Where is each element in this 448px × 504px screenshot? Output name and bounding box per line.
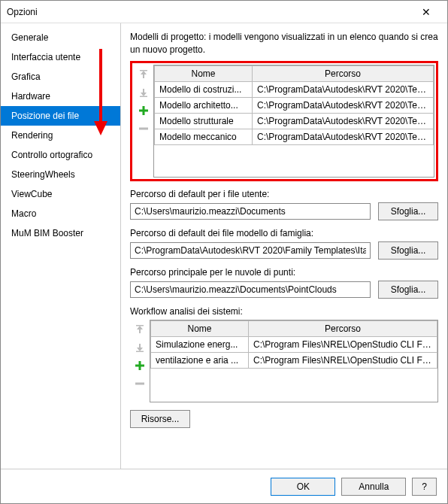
help-button[interactable]: ? (412, 478, 437, 496)
window-title: Opzioni (7, 7, 411, 17)
template-name-cell[interactable]: Modello di costruzi... (155, 81, 253, 97)
template-name-cell[interactable]: Modello meccanico (155, 129, 253, 144)
close-icon[interactable]: ✕ (411, 6, 441, 18)
template-path-cell[interactable]: C:\ProgramData\Autodesk\RVT 2020\Temp... (253, 113, 434, 129)
sidebar-item-hardware[interactable]: Hardware (1, 87, 120, 106)
add-icon[interactable] (133, 359, 147, 372)
pointcloud-path-label: Percorso principale per le nuvole di pun… (130, 267, 438, 278)
move-up-icon[interactable] (133, 323, 147, 336)
titlebar: Opzioni ✕ (1, 1, 447, 23)
body: Generale Interfaccia utente Grafica Hard… (1, 23, 447, 469)
remove-icon[interactable] (133, 377, 147, 390)
table-row[interactable]: Modello architetto... C:\ProgramData\Aut… (155, 97, 434, 113)
workflow-path-cell[interactable]: C:\Program Files\NREL\OpenStudio CLI For… (249, 336, 437, 352)
svg-rect-7 (136, 325, 144, 326)
templates-intro-text: Modelli di progetto: i modelli vengono v… (130, 31, 438, 56)
template-path-cell[interactable]: C:\ProgramData\Autodesk\RVT 2020\Temp... (253, 81, 434, 97)
pointcloud-path-browse-button[interactable]: Sfoglia... (378, 281, 438, 299)
templates-toolbar (134, 65, 153, 178)
template-path-cell[interactable]: C:\ProgramData\Autodesk\RVT 2020\Temp... (253, 97, 434, 113)
family-path-browse-button[interactable]: Sfoglia... (378, 241, 438, 260)
svg-rect-2 (140, 70, 147, 71)
workflow-name-cell[interactable]: Simulazione energ... (151, 336, 249, 352)
template-name-cell[interactable]: Modello strutturale (155, 113, 253, 129)
sidebar-item-rendering[interactable]: Rendering (1, 126, 120, 145)
sidebar-item-general[interactable]: Generale (1, 28, 120, 47)
user-path-label: Percorso di default per i file utente: (130, 189, 438, 199)
template-path-cell[interactable]: C:\ProgramData\Autodesk\RVT 2020\Temp... (253, 129, 434, 144)
workflow-panel: Nome Percorso Simulazione energ... C:\Pr… (130, 320, 438, 402)
sidebar-item-macro[interactable]: Macro (1, 204, 120, 223)
workflow-toolbar (130, 320, 150, 402)
sidebar-item-file-locations[interactable]: Posizione dei file (1, 106, 120, 126)
svg-rect-5 (139, 109, 148, 111)
add-icon[interactable] (137, 104, 150, 117)
templates-table[interactable]: Nome Percorso Modello di costruzi... C:\… (153, 65, 434, 178)
table-row[interactable]: Modello di costruzi... C:\ProgramData\Au… (155, 81, 434, 97)
family-path-input[interactable] (130, 242, 371, 259)
cancel-button[interactable]: Annulla (341, 478, 406, 496)
move-down-icon[interactable] (137, 86, 150, 99)
workflow-table[interactable]: Nome Percorso Simulazione energ... C:\Pr… (150, 320, 438, 402)
move-down-icon[interactable] (133, 341, 147, 354)
options-window: Opzioni ✕ Generale Interfaccia utente Gr… (0, 0, 448, 504)
footer: OK Annulla ? (1, 469, 447, 503)
family-path-label: Percorso di default dei file modello di … (130, 228, 438, 238)
sidebar-item-user-interface[interactable]: Interfaccia utente (1, 47, 120, 67)
sidebar-item-viewcube[interactable]: ViewCube (1, 184, 120, 204)
svg-rect-6 (139, 127, 148, 129)
templates-header-name[interactable]: Nome (155, 65, 253, 81)
pointcloud-path-input[interactable] (130, 281, 371, 298)
remove-icon[interactable] (137, 122, 150, 135)
workflow-label: Workflow analisi dei sistemi: (130, 306, 438, 317)
table-row[interactable]: ventilazione e aria ... C:\Program Files… (151, 352, 437, 368)
main-panel: Modelli di progetto: i modelli vengono v… (121, 23, 447, 469)
user-path-browse-button[interactable]: Sfoglia... (378, 202, 438, 220)
table-row[interactable]: Modello meccanico C:\ProgramData\Autodes… (155, 129, 434, 144)
workflow-header-name[interactable]: Nome (151, 320, 249, 336)
svg-rect-11 (135, 382, 144, 384)
move-up-icon[interactable] (137, 68, 150, 81)
resources-button[interactable]: Risorse... (130, 410, 190, 428)
table-row[interactable]: Simulazione energ... C:\Program Files\NR… (151, 336, 437, 352)
sidebar: Generale Interfaccia utente Grafica Hard… (1, 23, 121, 469)
ok-button[interactable]: OK (271, 478, 335, 496)
table-row[interactable]: Modello strutturale C:\ProgramData\Autod… (155, 113, 434, 129)
sidebar-item-graphics[interactable]: Grafica (1, 67, 120, 87)
sidebar-item-spell-check[interactable]: Controllo ortografico (1, 145, 120, 165)
sidebar-item-mum-bim-booster[interactable]: MuM BIM Booster (1, 223, 120, 243)
template-name-cell[interactable]: Modello architetto... (155, 97, 253, 113)
user-path-input[interactable] (130, 203, 371, 220)
svg-rect-8 (136, 351, 144, 352)
svg-rect-3 (140, 96, 147, 97)
workflow-header-path[interactable]: Percorso (249, 320, 437, 336)
sidebar-item-steeringwheels[interactable]: SteeringWheels (1, 165, 120, 184)
templates-panel: Nome Percorso Modello di costruzi... C:\… (130, 61, 438, 181)
svg-rect-10 (135, 364, 144, 366)
workflow-name-cell[interactable]: ventilazione e aria ... (151, 352, 249, 368)
templates-header-path[interactable]: Percorso (253, 65, 434, 81)
workflow-path-cell[interactable]: C:\Program Files\NREL\OpenStudio CLI For… (249, 352, 437, 368)
